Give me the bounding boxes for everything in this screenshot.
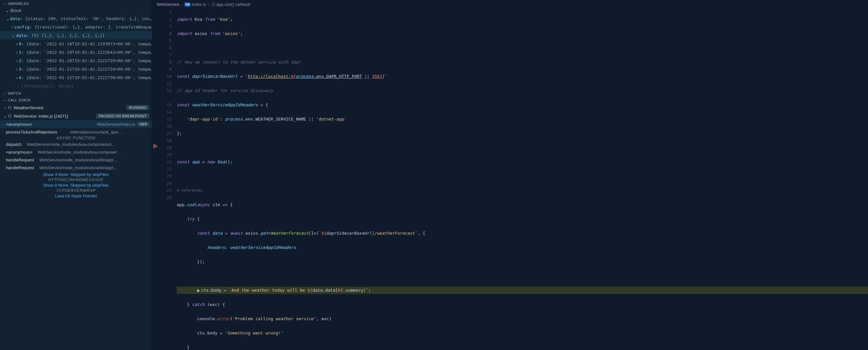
frame-fn: <anonymous> bbox=[6, 150, 32, 154]
thread-item[interactable]: › ⚇ WeatherService RUNNING bbox=[0, 104, 152, 112]
chevron-right-icon: › bbox=[181, 2, 183, 7]
stack-frame[interactable]: handleRequest WebService/node_modules/ko… bbox=[0, 156, 152, 164]
frame-path: WebService/node_modules/koa/lib/appl… bbox=[39, 165, 149, 170]
var-key: config: bbox=[14, 25, 32, 29]
watch-label: WATCH bbox=[8, 91, 21, 95]
breadcrumb-symbol[interactable]: app.use() callback bbox=[216, 2, 251, 7]
chevron-down-icon: ⌄ bbox=[11, 33, 16, 38]
var-key: 0: bbox=[19, 41, 24, 46]
chevron-right-icon: › bbox=[16, 58, 18, 63]
var-value: {date: '2022-01-22T19:02:42.2222736+00:0… bbox=[26, 75, 152, 80]
variable-row[interactable]: › 3: {date: '2022-01-21T19:02:42.2222734… bbox=[0, 65, 152, 73]
svg-marker-0 bbox=[154, 145, 157, 148]
frame-fn: processTicksAndRejections bbox=[6, 129, 67, 135]
frame-fn: dispatch bbox=[6, 142, 21, 147]
var-key: 1: bbox=[19, 50, 24, 55]
show-more-link[interactable]: Show 8 More: Skipped by skipFiles bbox=[0, 182, 152, 188]
codelens[interactable]: 0 references bbox=[177, 187, 868, 194]
async-origin-label: async function bbox=[0, 136, 152, 140]
var-value: {date: '2022-01-20T19:02:42.2222729+00:0… bbox=[26, 58, 152, 63]
breadcrumb-file[interactable]: index.ts bbox=[192, 2, 206, 7]
frame-fn: <anonymous> bbox=[6, 122, 94, 127]
watch-section-header[interactable]: › WATCH bbox=[0, 90, 152, 96]
execution-pointer-icon bbox=[197, 289, 200, 292]
breakpoint-gutter[interactable] bbox=[152, 9, 159, 350]
ts-icon: TS bbox=[185, 3, 190, 6]
variable-row[interactable]: › 0: {date: '2022-01-18T19:02:42.2193073… bbox=[0, 39, 152, 48]
var-value: {date: '2022-01-19T19:02:42.2222642+00:0… bbox=[26, 50, 152, 55]
frame-path: WebService/index.ts bbox=[97, 122, 135, 127]
async-origin-label: HTTPINCOMINGMESSAGE bbox=[0, 178, 152, 182]
debug-icon: ⚇ bbox=[8, 114, 12, 119]
stack-frame[interactable]: <anonymous> WebService/node_modules/koa-… bbox=[0, 148, 152, 156]
thread-status-badge: RUNNING bbox=[126, 105, 149, 110]
var-value: (5) [{…}, {…}, {…}, {…}, {…}] bbox=[31, 33, 105, 38]
variable-row-selected[interactable]: ⌄ data: (5) [{…}, {…}, {…}, {…}, {…}] bbox=[0, 31, 152, 39]
chevron-right-icon: › bbox=[16, 41, 18, 46]
debug-icon: ⚇ bbox=[8, 105, 12, 110]
breadcrumb-root[interactable]: WebService bbox=[157, 2, 180, 7]
editor-pane: WebService › TSindex.ts › ⬡app.use() cal… bbox=[152, 0, 868, 350]
variable-row[interactable]: › 1: {date: '2022-01-19T19:02:42.2222642… bbox=[0, 48, 152, 56]
chevron-down-icon: ⌄ bbox=[3, 1, 7, 5]
var-value: {date: '2022-01-21T19:02:42.2222734+00:0… bbox=[26, 67, 152, 71]
thread-name: WeatherService bbox=[13, 105, 126, 110]
chevron-right-icon: › bbox=[3, 105, 7, 110]
chevron-right-icon: › bbox=[11, 25, 13, 29]
chevron-right-icon: › bbox=[208, 2, 210, 7]
method-icon: ⬡ bbox=[212, 2, 215, 7]
variable-row[interactable]: ⌄ data: {status: 200, statusText: 'OK', … bbox=[0, 14, 152, 23]
var-key: 4: bbox=[19, 75, 24, 80]
thread-item-active[interactable]: ⌄ ⚇ WebService: index.js [24071] PAUSED … bbox=[0, 112, 152, 120]
frame-location-pill: 19:9 bbox=[137, 122, 149, 126]
chevron-right-icon: › bbox=[3, 91, 7, 95]
breakpoint-marker[interactable] bbox=[153, 144, 158, 148]
stack-frame[interactable]: handleRequest WebService/node_modules/ko… bbox=[0, 164, 152, 171]
code-area[interactable]: 123456789101112 131415161718192021222324… bbox=[152, 9, 868, 350]
frame-fn: handleRequest bbox=[6, 165, 34, 170]
code-content[interactable]: import Koa from 'koa'; import axios from… bbox=[177, 9, 868, 350]
stack-frame[interactable]: processTicksAndRejections internal/proce… bbox=[0, 128, 152, 136]
chevron-down-icon: ⌄ bbox=[6, 16, 9, 21]
chevron-right-icon: › bbox=[16, 84, 20, 88]
async-origin-label: TCPSERVERWRAP bbox=[0, 188, 152, 193]
chevron-right-icon: › bbox=[16, 67, 18, 71]
block-label: Block bbox=[10, 8, 21, 13]
scope-block-header[interactable]: ⌄ Block bbox=[0, 7, 152, 14]
thread-status-badge: PAUSED ON BREAKPOINT bbox=[96, 113, 149, 119]
load-all-frames-link[interactable]: Load All Stack Frames bbox=[0, 193, 152, 199]
chevron-down-icon: ⌄ bbox=[3, 98, 7, 102]
show-more-link[interactable]: Show 3 More: Skipped by skipFiles bbox=[0, 171, 152, 178]
variable-row[interactable]: › 4: {date: '2022-01-22T19:02:42.2222736… bbox=[0, 73, 152, 82]
chevron-right-icon: › bbox=[16, 75, 18, 80]
stack-frame-selected[interactable]: <anonymous> WebService/index.ts 19:9 bbox=[0, 120, 152, 128]
callstack-label: CALL STACK bbox=[8, 98, 31, 102]
chevron-right-icon: › bbox=[16, 50, 18, 55]
var-value: {status: 200, statusText: 'OK', headers:… bbox=[25, 16, 152, 21]
var-key: 2: bbox=[19, 58, 24, 63]
frame-fn: handleRequest bbox=[6, 157, 34, 163]
chevron-down-icon: ⌄ bbox=[5, 8, 10, 13]
variables-section-header[interactable]: ⌄ VARIABLES bbox=[0, 0, 152, 7]
line-number-gutter: 123456789101112 131415161718192021222324… bbox=[159, 9, 177, 350]
var-key: 3: bbox=[19, 67, 24, 71]
var-value: {transitional: {…}, adapter: ƒ, transfor… bbox=[34, 25, 152, 29]
frame-path: WebService/node_modules/koa-compose/… bbox=[37, 150, 149, 154]
frame-path: WebService/node_modules/koa/lib/appl… bbox=[39, 157, 149, 163]
frame-path: internal/process/task_que… bbox=[70, 129, 122, 135]
variables-label: VARIABLES bbox=[8, 2, 29, 5]
var-key: data: bbox=[16, 33, 29, 38]
thread-name: WebService: index.js [24071] bbox=[13, 114, 96, 119]
variable-prototype-row[interactable]: › [[Prototype]]: Object bbox=[0, 82, 152, 90]
frame-path: WebService/node_modules/koa-compose/ind… bbox=[27, 142, 149, 147]
var-value: [[Prototype]]: Object bbox=[21, 84, 74, 88]
var-key: data: bbox=[10, 16, 23, 21]
var-value: {date: '2022-01-18T19:02:42.2193073+00:0… bbox=[26, 41, 152, 46]
stack-frame[interactable]: dispatch WebService/node_modules/koa-com… bbox=[0, 140, 152, 148]
chevron-down-icon: ⌄ bbox=[3, 114, 7, 119]
breadcrumb[interactable]: WebService › TSindex.ts › ⬡app.use() cal… bbox=[152, 0, 868, 9]
debug-sidebar: ⌄ VARIABLES ⌄ Block ⌄ data: {status: 200… bbox=[0, 0, 152, 350]
variable-row[interactable]: › config: {transitional: {…}, adapter: ƒ… bbox=[0, 23, 152, 31]
callstack-section-header[interactable]: ⌄ CALL STACK bbox=[0, 96, 152, 104]
variable-row[interactable]: › 2: {date: '2022-01-20T19:02:42.2222729… bbox=[0, 56, 152, 65]
